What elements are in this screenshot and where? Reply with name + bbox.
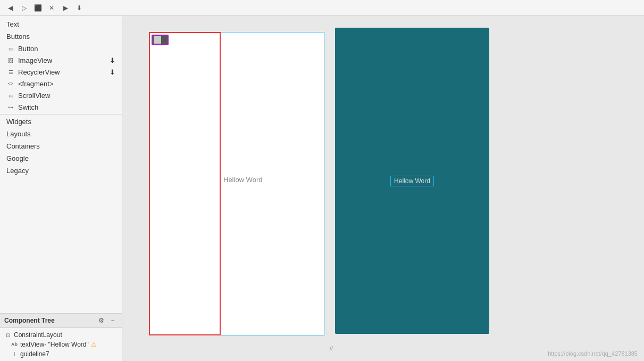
category-containers-label: Containers — [6, 142, 40, 150]
palette-item-scrollview[interactable]: ▭ ScrollView — [0, 89, 122, 101]
forward-button[interactable]: ▷ — [18, 2, 30, 14]
fragment-palette-icon: <> — [6, 79, 15, 88]
imageview-palette-icon: 🖼 — [6, 56, 15, 64]
palette-category-widgets[interactable]: Widgets — [0, 116, 122, 128]
category-buttons-label: Buttons — [6, 32, 30, 40]
tree-item-constraintlayout[interactable]: ⊡ ConstraintLayout — [0, 330, 122, 340]
tree-minus-button[interactable]: − — [108, 316, 118, 325]
tree-item-guideline7[interactable]: I guideline7 — [0, 349, 122, 359]
landscape-hello-text: Hellow Word — [390, 176, 434, 186]
tree-header-title: Component Tree — [4, 317, 94, 324]
scrollview-palette-icon: ▭ — [6, 91, 15, 100]
panel-divider-1 — [0, 114, 122, 114]
category-text-label: Text — [6, 20, 19, 28]
palette-list: Text Buttons ▭ Button 🖼 ImageView ⬇ ☰ Re… — [0, 16, 122, 313]
textview-warning-icon: ⚠ — [91, 341, 97, 348]
button-palette-icon: ▭ — [6, 44, 15, 53]
palette-item-scrollview-label: ScrollView — [18, 92, 50, 100]
textview-icon: Ab — [11, 341, 18, 348]
close-button[interactable]: ✕ — [46, 2, 57, 14]
palette-category-google[interactable]: Google — [0, 152, 122, 165]
palette-category-text[interactable]: Text — [0, 18, 122, 30]
palette-item-fragment[interactable]: <> <fragment> — [0, 78, 122, 89]
textview-label: textView- "Hellow Word" — [20, 341, 89, 348]
palette-item-switch[interactable]: ⊶ Switch — [0, 101, 122, 113]
palette-category-containers[interactable]: Containers — [0, 140, 122, 152]
portrait-guideline — [220, 32, 220, 335]
palette-category-legacy[interactable]: Legacy — [0, 165, 122, 177]
portrait-blue-border — [149, 32, 324, 335]
palette-item-fragment-label: <fragment> — [18, 80, 54, 88]
category-legacy-label: Legacy — [6, 167, 29, 175]
download-button[interactable]: ⬇ — [73, 2, 85, 14]
switch-palette-icon: ⊶ — [6, 103, 15, 111]
palette-item-button[interactable]: ▭ Button — [0, 43, 122, 54]
stop-button[interactable]: ⬛ — [32, 2, 44, 14]
constraintlayout-icon: ⊡ — [4, 331, 12, 339]
guideline7-icon: I — [11, 350, 18, 358]
category-widgets-label: Widgets — [6, 118, 31, 126]
component-tree: Component Tree ⚙ − ⊡ ConstraintLayout Ab… — [0, 313, 122, 361]
diagonal-mark: // — [330, 345, 333, 351]
portrait-selection — [149, 32, 221, 335]
palette-item-recyclerview-label: RecyclerView — [18, 68, 60, 76]
left-panel: Text Buttons ▭ Button 🖼 ImageView ⬇ ☰ Re… — [0, 16, 122, 361]
tree-gear-button[interactable]: ⚙ — [96, 316, 106, 325]
portrait-hello-text: Hellow Word — [223, 176, 262, 184]
device-portrait: Hellow Word — [149, 32, 324, 351]
category-google-label: Google — [6, 154, 29, 162]
imageview-download-icon: ⬇ — [110, 56, 115, 64]
play-button[interactable]: ▶ — [60, 2, 71, 14]
device-landscape: Hellow Word — [335, 28, 489, 334]
palette-category-buttons[interactable]: Buttons — [0, 30, 122, 43]
tree-content: ⊡ ConstraintLayout Ab textView- "Hellow … — [0, 328, 122, 361]
palette-item-switch-label: Switch — [18, 103, 38, 111]
palette-category-layouts[interactable]: Layouts — [0, 128, 122, 140]
category-layouts-label: Layouts — [6, 130, 31, 138]
top-toolbar: ◀ ▷ ⬛ ✕ ▶ ⬇ — [0, 0, 644, 16]
tree-header: Component Tree ⚙ − — [0, 314, 122, 328]
constraintlayout-label: ConstraintLayout — [14, 331, 62, 339]
palette-item-imageview-label: ImageView — [18, 56, 52, 64]
tree-item-textview[interactable]: Ab textView- "Hellow Word" ⚠ — [0, 340, 122, 349]
guideline7-label: guideline7 — [20, 350, 49, 358]
back-button[interactable]: ◀ — [4, 2, 16, 14]
diagonal-lines: // — [330, 345, 333, 351]
canvas-area[interactable]: Hellow Word Hellow Word // https://blog.… — [122, 16, 644, 361]
recyclerview-download-icon: ⬇ — [110, 68, 115, 76]
palette-item-button-label: Button — [18, 45, 38, 53]
recyclerview-palette-icon: ☰ — [6, 68, 15, 76]
watermark: https://blog.csdn.net/qq_42781385 — [548, 350, 638, 357]
palette-item-imageview[interactable]: 🖼 ImageView ⬇ — [0, 54, 122, 66]
palette-item-recyclerview[interactable]: ☰ RecyclerView ⬇ — [0, 66, 122, 78]
switch-thumb — [154, 36, 161, 44]
switch-widget[interactable] — [152, 35, 169, 45]
main-layout: Text Buttons ▭ Button 🖼 ImageView ⬇ ☰ Re… — [0, 16, 644, 361]
